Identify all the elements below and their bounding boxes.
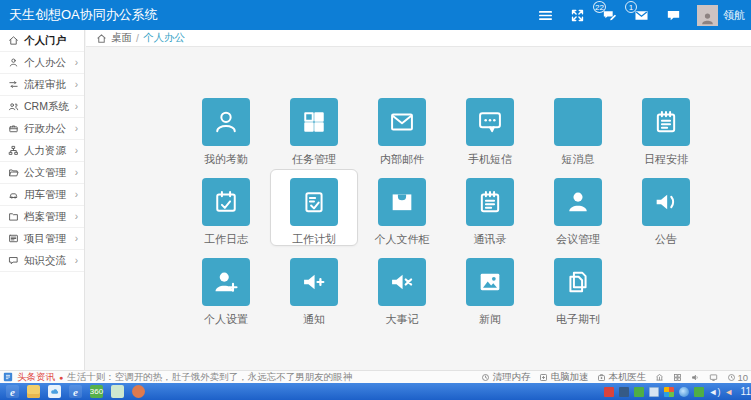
app-tile-3[interactable]: 手机短信 [446, 98, 534, 178]
sidebar-item-8[interactable]: 档案管理› [0, 206, 84, 228]
taskbar-time: 11 [741, 386, 751, 397]
chevron-right-icon: › [75, 124, 78, 134]
cloud-app-icon[interactable] [48, 385, 61, 398]
chevron-right-icon: › [75, 234, 78, 244]
clock-icon[interactable]: 10 [727, 372, 748, 383]
ticker-tools: 清理内存 电脑加速 本机医生 [481, 371, 748, 384]
sidebar-item-0[interactable]: 个人门户 [0, 30, 84, 52]
volume-icon[interactable]: ◄) [709, 387, 719, 397]
sidebar-item-9[interactable]: 项目管理› [0, 228, 84, 250]
chevron-right-icon: › [75, 80, 78, 90]
app-tile-4[interactable]: 短消息 [534, 98, 622, 178]
chat-messages-icon[interactable]: 22 [601, 7, 618, 24]
app-tile-label: 大事记 [386, 312, 419, 327]
sidebar-item-5[interactable]: 人力资源› [0, 140, 84, 162]
chevron-right-icon: › [75, 256, 78, 266]
skin-center-icon[interactable] [655, 373, 664, 382]
app-tile-15[interactable]: 新闻 [446, 258, 534, 338]
speedup-button[interactable]: 电脑加速 [539, 371, 588, 384]
messenger-app-icon[interactable] [132, 385, 145, 398]
app-tile-5[interactable]: 日程安排 [622, 98, 710, 178]
notepad-icon [642, 98, 690, 146]
copy-icon [554, 258, 602, 306]
sidebar-item-label: 用车管理 [24, 188, 66, 202]
sidebar-item-7[interactable]: 用车管理› [0, 184, 84, 206]
explorer-folder-icon[interactable] [27, 385, 40, 398]
sidebar-item-label: 流程审批 [24, 78, 66, 92]
fullscreen-icon[interactable] [569, 7, 586, 24]
sidebar-item-6[interactable]: 公文管理› [0, 162, 84, 184]
breadcrumb-separator: / [136, 32, 139, 44]
app-tile-7[interactable]: 工作计划 [270, 178, 358, 258]
apps-icon[interactable] [673, 373, 682, 382]
comment-icon[interactable] [665, 7, 682, 24]
security-tray-icon[interactable] [604, 387, 614, 397]
clean-memory-button[interactable]: 清理内存 [481, 371, 530, 384]
speedup-label: 电脑加速 [550, 371, 588, 384]
antivirus-tray-icon[interactable] [694, 387, 704, 397]
sound-icon[interactable] [691, 373, 700, 382]
sitemap-icon [8, 145, 19, 156]
ticker-headline[interactable]: 生活十则：空调开的热，肚子饿外卖到了，永远忘不了男朋友的眼神 [67, 371, 352, 384]
green-tray-icon[interactable] [634, 387, 644, 397]
monitor-tray-icon[interactable] [649, 387, 659, 397]
sidebar-item-3[interactable]: CRM系统› [0, 96, 84, 118]
user-menu[interactable]: 领航 [697, 5, 745, 26]
mail-notification-icon[interactable]: 1 [633, 7, 650, 24]
network-globe-icon[interactable] [679, 387, 689, 397]
app-tile-12[interactable]: 个人设置 [182, 258, 270, 338]
windows-update-icon[interactable] [664, 387, 674, 397]
menu-icon[interactable] [537, 7, 554, 24]
app-tile-label: 手机短信 [468, 152, 512, 167]
app-tile-8[interactable]: 个人文件柜 [358, 178, 446, 258]
tray-app-icon[interactable] [619, 387, 629, 397]
app-tile-16[interactable]: 电子期刊 [534, 258, 622, 338]
display-icon[interactable] [709, 373, 718, 382]
main-content: 我的考勤任务管理内部邮件手机短信短消息日程安排工作日志工作计划个人文件柜通讯录会… [86, 47, 751, 370]
app-tile-0[interactable]: 我的考勤 [182, 98, 270, 178]
sidebar-item-1[interactable]: 个人办公› [0, 52, 84, 74]
app-tile-label: 通知 [303, 312, 325, 327]
app-tile-9[interactable]: 通讯录 [446, 178, 534, 258]
workflow-icon [8, 79, 19, 90]
news-doc-icon [3, 372, 13, 382]
sidebar-item-label: CRM系统 [24, 100, 69, 114]
app-tile-label: 个人文件柜 [375, 232, 430, 247]
comment-icon [8, 255, 19, 266]
app-title: 天生创想OA协同办公系统 [9, 0, 158, 30]
ie-browser2-icon[interactable]: e [69, 385, 82, 398]
app-tile-2[interactable]: 内部邮件 [358, 98, 446, 178]
speaker-icon [642, 178, 690, 226]
utility-app-icon[interactable] [111, 385, 124, 398]
app-tile-6[interactable]: 工作日志 [182, 178, 270, 258]
app-tile-label: 通讯录 [474, 232, 507, 247]
volume-mixer-icon[interactable]: ◄ [724, 387, 734, 397]
app-tile-11[interactable]: 公告 [622, 178, 710, 258]
app-tile-label: 我的考勤 [204, 152, 248, 167]
app-tile-13[interactable]: 通知 [270, 258, 358, 338]
sidebar-item-4[interactable]: 行政办公› [0, 118, 84, 140]
grid-icon [290, 98, 338, 146]
app-tile-label: 短消息 [562, 152, 595, 167]
app-tile-10[interactable]: 会议管理 [534, 178, 622, 258]
sidebar-item-2[interactable]: 流程审批› [0, 74, 84, 96]
sidebar-item-10[interactable]: 知识交流› [0, 250, 84, 272]
app-tile-1[interactable]: 任务管理 [270, 98, 358, 178]
browser360-icon[interactable]: 360 [90, 385, 103, 398]
top-header: 天生创想OA协同办公系统 22 1 [0, 0, 751, 30]
speaker-plus-icon [290, 258, 338, 306]
image-icon [466, 258, 514, 306]
ticker-label[interactable]: 头条资讯 [17, 371, 55, 384]
app-tile-label: 新闻 [479, 312, 501, 327]
sidebar-item-label: 档案管理 [24, 210, 66, 224]
app-tile-14[interactable]: 大事记 [358, 258, 446, 338]
breadcrumb-home[interactable]: 桌面 [111, 31, 132, 45]
ie-browser-icon[interactable]: e [6, 385, 19, 398]
mail-icon [554, 98, 602, 146]
pc-doctor-button[interactable]: 本机医生 [597, 371, 646, 384]
app-tile-label: 任务管理 [292, 152, 336, 167]
home-icon [8, 35, 19, 46]
speaker-x-icon [378, 258, 426, 306]
newspaper-icon [8, 233, 19, 244]
app-tile-label: 会议管理 [556, 232, 600, 247]
